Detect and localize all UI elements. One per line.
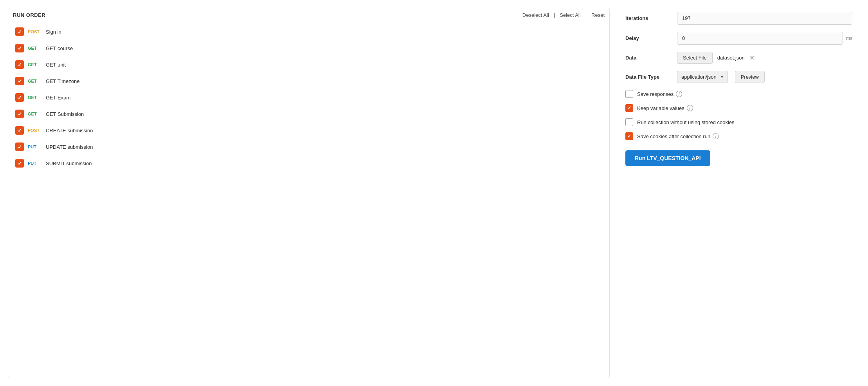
item-checkbox[interactable] (15, 142, 24, 151)
data-file-type-dropdown[interactable]: application/json (677, 71, 728, 83)
clear-file-button[interactable]: ✕ (749, 54, 755, 61)
item-name: SUBMIT submission (46, 161, 92, 166)
list-item: GETGET unit (12, 56, 605, 73)
run-without-cookies-label: Run collection without using stored cook… (637, 119, 735, 125)
list-item: GETGET course (12, 40, 605, 56)
list-item: PUTSUBMIT submission (12, 155, 605, 171)
list-item: POSTSign in (12, 23, 605, 40)
save-cookies-label: Save cookies after collection run (637, 133, 710, 139)
list-item: POSTCREATE submission (12, 122, 605, 139)
item-name: GET course (46, 45, 73, 51)
item-name: GET Submission (46, 111, 84, 117)
method-badge: PUT (28, 144, 42, 149)
run-without-cookies-checkbox[interactable] (625, 118, 633, 126)
data-file-type-label: Data File Type (625, 74, 672, 80)
select-file-button[interactable]: Select File (677, 52, 713, 64)
delay-row: Delay ms (625, 32, 852, 45)
iterations-input[interactable] (677, 12, 852, 25)
iterations-row: Iterations (625, 12, 852, 25)
file-name: dataset.json (717, 55, 745, 61)
item-checkbox[interactable] (15, 93, 24, 102)
keep-variable-label: Keep variable values (637, 105, 684, 111)
method-badge: GET (28, 46, 42, 51)
method-badge: POST (28, 29, 42, 34)
delay-input[interactable] (677, 32, 843, 45)
item-checkbox[interactable] (15, 77, 24, 85)
reset-button[interactable]: Reset (591, 12, 605, 18)
checkboxes-section: Save responses i Keep variable values i … (625, 90, 852, 140)
data-row: Data Select File dataset.json ✕ (625, 52, 852, 64)
item-checkbox[interactable] (15, 27, 24, 36)
keep-variable-checkbox[interactable] (625, 104, 633, 112)
save-cookies-info-icon[interactable]: i (713, 133, 719, 139)
method-badge: GET (28, 62, 42, 67)
item-checkbox[interactable] (15, 126, 24, 135)
item-checkbox[interactable] (15, 44, 24, 52)
save-cookies-row: Save cookies after collection run i (625, 132, 852, 140)
save-responses-row: Save responses i (625, 90, 852, 98)
keep-variable-row: Keep variable values i (625, 104, 852, 112)
item-checkbox[interactable] (15, 110, 24, 118)
method-badge: POST (28, 128, 42, 133)
keep-variable-info-icon[interactable]: i (687, 105, 693, 111)
run-order-title: RUN ORDER (13, 12, 45, 18)
save-responses-label: Save responses (637, 91, 674, 97)
item-name: GET unit (46, 62, 66, 68)
iterations-label: Iterations (625, 15, 672, 21)
preview-button[interactable]: Preview (735, 71, 765, 83)
save-cookies-checkbox[interactable] (625, 132, 633, 140)
item-checkbox[interactable] (15, 159, 24, 168)
run-without-cookies-row: Run collection without using stored cook… (625, 118, 852, 126)
save-responses-info-icon[interactable]: i (676, 91, 682, 97)
list-item: PUTUPDATE submission (12, 139, 605, 155)
item-checkbox[interactable] (15, 60, 24, 69)
item-name: Sign in (46, 29, 61, 35)
method-badge: GET (28, 112, 42, 116)
item-name: GET Timezone (46, 78, 79, 84)
item-name: UPDATE submission (46, 144, 93, 150)
run-list: POSTSign inGETGET courseGETGET unitGETGE… (8, 23, 609, 171)
data-label: Data (625, 55, 672, 61)
method-badge: GET (28, 95, 42, 100)
chevron-down-icon (720, 76, 724, 78)
list-item: GETGET Exam (12, 89, 605, 106)
method-badge: GET (28, 79, 42, 83)
select-all-button[interactable]: Select All (560, 12, 580, 18)
run-collection-button[interactable]: Run LTV_QUESTION_API (625, 150, 710, 166)
list-item: GETGET Submission (12, 106, 605, 122)
delay-unit: ms (846, 36, 852, 41)
method-badge: PUT (28, 161, 42, 166)
item-name: CREATE submission (46, 128, 93, 133)
item-name: GET Exam (46, 95, 70, 101)
data-file-type-row: Data File Type application/json Preview (625, 71, 852, 83)
save-responses-checkbox[interactable] (625, 90, 633, 98)
delay-label: Delay (625, 35, 672, 41)
list-item: GETGET Timezone (12, 73, 605, 89)
deselect-all-button[interactable]: Deselect All (522, 12, 549, 18)
